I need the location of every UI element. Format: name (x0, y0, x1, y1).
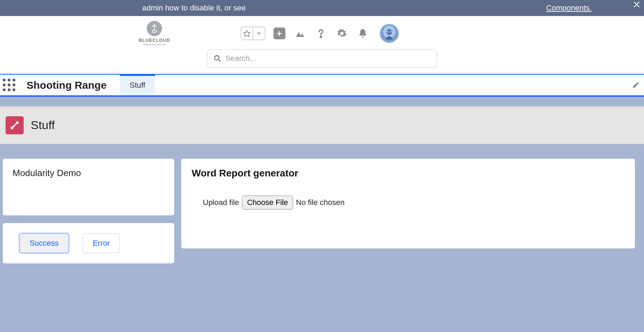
close-icon[interactable] (633, 1, 641, 8)
report-title: Word Report generator (192, 168, 624, 179)
search-input[interactable] (225, 54, 430, 63)
help-icon[interactable] (315, 27, 327, 40)
svg-marker-0 (244, 30, 250, 37)
app-name: Shooting Range (26, 79, 107, 91)
upload-row: Upload file Choose File No file chosen (203, 196, 624, 210)
trailhead-icon[interactable] (294, 27, 306, 40)
modularity-title: Modularity Demo (13, 168, 164, 179)
gear-icon[interactable] (336, 27, 348, 40)
page-header: Stuff (0, 106, 644, 144)
left-column: Modularity Demo Success Error (3, 159, 174, 263)
favorites-split-button[interactable] (241, 27, 265, 40)
page-title: Stuff (31, 118, 55, 132)
global-header: BLUECLOUD Salesforce and etc + (0, 16, 644, 47)
error-button[interactable]: Error (83, 234, 120, 253)
avatar[interactable] (380, 24, 399, 43)
buttons-card: Success Error (3, 223, 174, 263)
choose-file-button[interactable]: Choose File (242, 196, 293, 210)
brand-icon (147, 21, 162, 36)
wrench-icon (6, 116, 24, 134)
svg-point-2 (320, 36, 322, 38)
tab-stuff[interactable]: Stuff (120, 74, 155, 95)
search-icon (214, 55, 221, 62)
brand-tagline: Salesforce and etc (143, 43, 166, 46)
bell-icon[interactable] (356, 27, 369, 40)
report-card: Word Report generator Upload file Choose… (181, 159, 635, 248)
search-row (0, 47, 644, 74)
header-actions: + (241, 24, 399, 43)
global-add-button[interactable]: + (274, 27, 285, 39)
app-nav: Shooting Range Stuff (0, 74, 644, 97)
upload-label: Upload file (203, 198, 239, 207)
brand-logo[interactable]: BLUECLOUD Salesforce and etc (139, 21, 170, 46)
banner-link[interactable]: Components. (546, 3, 592, 13)
modularity-card: Modularity Demo (3, 159, 174, 215)
svg-point-8 (215, 56, 219, 60)
svg-marker-1 (257, 33, 260, 35)
star-icon[interactable] (241, 27, 253, 40)
pencil-icon[interactable] (632, 81, 640, 89)
file-status: No file chosen (296, 198, 344, 207)
global-search[interactable] (207, 49, 437, 68)
brand-name: BLUECLOUD (139, 38, 170, 43)
app-launcher-icon[interactable] (3, 79, 16, 92)
button-row: Success Error (13, 232, 164, 254)
system-banner: admin how to disable it, or see Componen… (0, 0, 644, 16)
banner-text: admin how to disable it, or see (142, 3, 246, 13)
success-button[interactable]: Success (20, 234, 69, 253)
context-stripe (0, 97, 644, 106)
chevron-down-icon[interactable] (253, 27, 265, 40)
svg-point-6 (387, 31, 388, 32)
svg-point-7 (390, 31, 391, 32)
content-area: Modularity Demo Success Error Word Repor… (0, 144, 644, 332)
svg-line-9 (219, 60, 221, 62)
